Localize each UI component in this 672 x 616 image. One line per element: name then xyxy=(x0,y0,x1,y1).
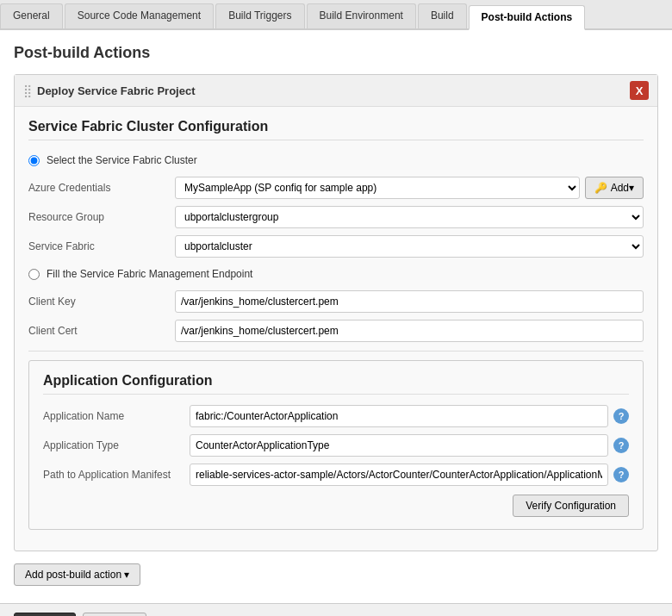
key-icon: 🔑 xyxy=(594,182,607,194)
resource-group-row: Resource Group ubportalclustergroup xyxy=(28,206,644,228)
tab-post-build-actions[interactable]: Post-build Actions xyxy=(469,5,586,30)
tab-general[interactable]: General xyxy=(0,3,63,28)
azure-credentials-controls: MySampleApp (SP confiq for sample app) 🔑… xyxy=(175,177,644,199)
client-key-input[interactable] xyxy=(175,290,644,313)
azure-credentials-label: Azure Credentials xyxy=(28,182,175,194)
service-fabric-select[interactable]: ubportalcluster xyxy=(175,235,644,258)
client-key-label: Client Key xyxy=(28,296,175,308)
close-deploy-button[interactable]: X xyxy=(630,81,649,100)
tab-build-environment[interactable]: Build Environment xyxy=(307,3,416,28)
manifest-input[interactable] xyxy=(190,464,608,486)
apply-button[interactable]: Apply xyxy=(83,613,147,616)
azure-credentials-select[interactable]: MySampleApp (SP confiq for sample app) xyxy=(175,177,580,199)
azure-credentials-row: Azure Credentials MySampleApp (SP confiq… xyxy=(28,177,644,199)
client-cert-input[interactable] xyxy=(175,320,644,342)
tab-source-code[interactable]: Source Code Management xyxy=(65,3,214,28)
divider xyxy=(28,351,644,352)
app-type-label: Application Type xyxy=(43,439,190,451)
verify-row: Verify Configuration xyxy=(43,495,629,517)
tab-bar: General Source Code Management Build Tri… xyxy=(0,0,672,30)
add-credentials-label: Add▾ xyxy=(611,182,634,194)
add-post-build-action-button[interactable]: Add post-build action ▾ xyxy=(14,563,140,586)
client-cert-row: Client Cert xyxy=(28,320,644,342)
app-type-input[interactable] xyxy=(190,434,608,457)
app-name-help-icon[interactable]: ? xyxy=(613,408,629,424)
client-cert-label: Client Cert xyxy=(28,325,175,337)
radio-fill-endpoint-label[interactable]: Fill the Service Fabric Management Endpo… xyxy=(47,268,252,280)
app-name-label: Application Name xyxy=(43,410,190,422)
page-title: Post-build Actions xyxy=(14,44,658,62)
main-content: Post-build Actions ⣿ Deploy Service Fabr… xyxy=(0,30,672,603)
save-button[interactable]: Save xyxy=(14,613,76,616)
app-type-row: Application Type ? xyxy=(43,434,629,457)
cluster-config-heading: Service Fabric Cluster Configuration xyxy=(28,119,644,140)
add-credentials-button[interactable]: 🔑 Add▾ xyxy=(585,177,644,199)
manifest-row: Path to Application Manifest ? xyxy=(43,464,629,486)
radio-row-fill-endpoint: Fill the Service Fabric Management Endpo… xyxy=(28,264,644,283)
resource-group-select[interactable]: ubportalclustergroup xyxy=(175,206,644,228)
tab-build[interactable]: Build xyxy=(418,3,467,28)
app-type-help-icon[interactable]: ? xyxy=(613,438,629,453)
deploy-section-body: Service Fabric Cluster Configuration Sel… xyxy=(15,107,657,551)
service-fabric-row: Service Fabric ubportalcluster xyxy=(28,235,644,258)
deploy-section-header: ⣿ Deploy Service Fabric Project X xyxy=(15,75,657,107)
radio-fill-endpoint[interactable] xyxy=(28,269,40,280)
manifest-label: Path to Application Manifest xyxy=(43,469,190,481)
deploy-section-title: Deploy Service Fabric Project xyxy=(37,84,630,97)
app-name-row: Application Name ? xyxy=(43,405,629,427)
app-config-heading: Application Configuration xyxy=(43,373,629,395)
footer: Save Apply xyxy=(0,603,672,616)
radio-row-select-cluster: Select the Service Fabric Cluster xyxy=(28,151,644,170)
resource-group-label: Resource Group xyxy=(28,211,175,223)
app-name-input[interactable] xyxy=(190,405,608,427)
client-key-row: Client Key xyxy=(28,290,644,313)
deploy-section: ⣿ Deploy Service Fabric Project X Servic… xyxy=(14,74,658,551)
radio-select-cluster[interactable] xyxy=(28,155,40,166)
tab-build-triggers[interactable]: Build Triggers xyxy=(215,3,304,28)
manifest-help-icon[interactable]: ? xyxy=(613,467,629,482)
service-fabric-label: Service Fabric xyxy=(28,240,175,252)
add-action-row: Add post-build action ▾ xyxy=(14,563,658,586)
app-config-section: Application Configuration Application Na… xyxy=(28,360,644,530)
verify-configuration-button[interactable]: Verify Configuration xyxy=(513,495,629,517)
drag-handle-icon: ⣿ xyxy=(23,84,32,97)
radio-select-cluster-label[interactable]: Select the Service Fabric Cluster xyxy=(47,154,197,166)
